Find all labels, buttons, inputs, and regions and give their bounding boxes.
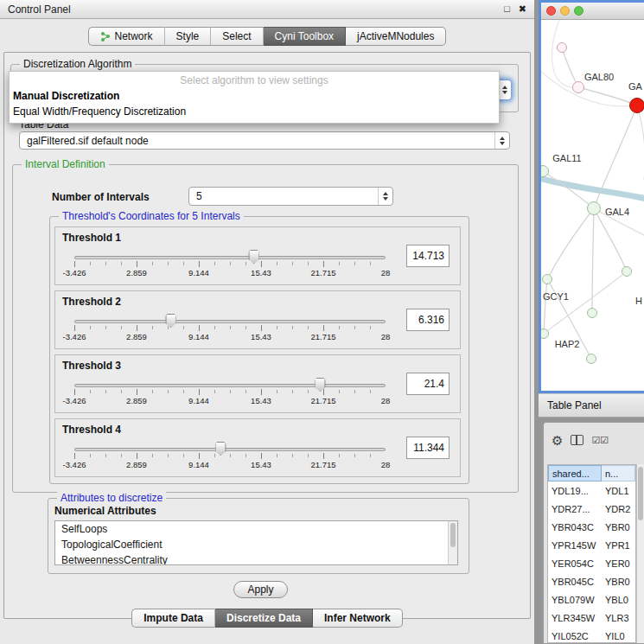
node-label-gal11: GAL11 <box>552 153 581 163</box>
threshold-4-slider[interactable]: -3.426 2.859 9.144 15.43 21.715 28 <box>74 440 386 469</box>
column-header-name[interactable]: n... <box>602 465 635 481</box>
threshold-4-value-field[interactable]: 11.344 <box>406 437 450 459</box>
threshold-3-value-field[interactable]: 21.4 <box>406 373 450 395</box>
table-scrollbar[interactable] <box>636 464 644 643</box>
table-row[interactable]: YPR145W YPR1 <box>548 536 635 554</box>
table-cell[interactable]: YIL0 <box>602 627 635 643</box>
close-icon[interactable]: ✖ <box>519 4 526 14</box>
table-cell[interactable]: YPR145W <box>548 536 602 554</box>
table-cell[interactable]: YBR043C <box>548 518 602 536</box>
table-panel-title: Table Panel <box>547 399 602 411</box>
table-row[interactable]: YLR345W YLR3 <box>548 609 635 627</box>
select-rows-checkboxes-icon[interactable]: ☑☑ <box>591 436 609 445</box>
threshold-1-value-field[interactable]: 14.713 <box>406 245 450 267</box>
list-scrollbar[interactable] <box>448 521 457 564</box>
tab-jactivemnodules[interactable]: jActiveMNodules <box>346 27 446 46</box>
network-node-gal4[interactable] <box>587 201 601 215</box>
tab-select[interactable]: Select <box>211 27 263 46</box>
network-icon <box>100 31 111 41</box>
table-cell[interactable]: YBR0 <box>602 572 635 590</box>
table-panel-header[interactable]: Table Panel <box>539 393 644 418</box>
number-of-intervals-label: Number of Intervals <box>52 191 150 203</box>
tick-label: 9.144 <box>188 332 209 341</box>
list-item[interactable]: TopologicalCoefficient <box>55 537 457 552</box>
combo-stepper-icon[interactable] <box>494 132 509 149</box>
tick-label: 15.43 <box>251 268 271 277</box>
table-data-combo[interactable]: galFiltered.sif default node <box>19 131 510 150</box>
network-window-titlebar[interactable] <box>541 3 644 20</box>
network-node-gal80[interactable] <box>572 81 584 93</box>
node-label-partial: H <box>635 296 642 306</box>
tick-label: -3.426 <box>63 332 86 341</box>
table-row[interactable]: YBR045C YBR0 <box>548 572 635 590</box>
threshold-2-label: Threshold 2 <box>62 296 121 308</box>
slider-track[interactable] <box>74 320 386 323</box>
tick-label: -3.426 <box>63 396 86 405</box>
table-cell[interactable]: YDR2 <box>602 500 635 518</box>
zoom-traffic-light-icon[interactable] <box>574 6 583 16</box>
network-node[interactable] <box>586 354 596 364</box>
table-cell[interactable]: YLR345W <box>548 609 602 627</box>
table-cell[interactable]: YLR3 <box>602 609 635 627</box>
control-panel-titlebar[interactable]: Control Panel □ ✖ <box>0 0 534 19</box>
scrollbar-thumb[interactable] <box>638 467 643 520</box>
table-cell[interactable]: YPR1 <box>602 536 635 554</box>
tick-label: 2.859 <box>126 332 147 341</box>
table-row[interactable]: YBR043C YBR0 <box>548 518 635 536</box>
table-row[interactable]: YDL19... YDL1 <box>548 481 635 500</box>
table-cell[interactable]: YBR0 <box>602 518 635 536</box>
table-toolbar: ⚙ ☑☑ <box>544 423 644 457</box>
list-item[interactable]: SelfLoops <box>55 521 457 537</box>
dropdown-option-manual-discretization[interactable]: Manual Discretization <box>10 88 499 104</box>
network-node[interactable] <box>587 308 597 318</box>
table-cell[interactable]: YBL079W <box>548 590 602 609</box>
number-of-intervals-combo[interactable]: 5 <box>188 187 393 206</box>
table-cell[interactable]: YBR045C <box>548 572 602 590</box>
column-header-shared-name[interactable]: shared... <box>548 465 602 481</box>
threshold-1-slider[interactable]: -3.426 2.859 9.144 15.43 21.715 28 <box>74 248 386 277</box>
scrollbar-thumb[interactable] <box>450 523 456 547</box>
threshold-2-slider[interactable]: -3.426 2.859 9.144 15.43 21.715 28 <box>74 312 386 341</box>
table-cell[interactable]: YBL0 <box>602 590 635 609</box>
gear-icon[interactable]: ⚙ <box>552 434 563 447</box>
tab-cyni-toolbox[interactable]: Cyni Toolbox <box>264 27 346 46</box>
apply-button[interactable]: Apply <box>233 581 288 598</box>
table-cell[interactable]: YDR27... <box>548 500 602 518</box>
network-node[interactable] <box>622 266 632 277</box>
tab-label: Discretize Data <box>226 612 301 624</box>
tab-network[interactable]: Network <box>88 27 165 46</box>
tab-style[interactable]: Style <box>165 27 212 46</box>
tab-discretize-data[interactable]: Discretize Data <box>215 609 313 628</box>
table-cell[interactable]: YER054C <box>548 554 602 572</box>
threshold-2-value-field[interactable]: 6.316 <box>406 309 450 331</box>
table-cell[interactable]: YER0 <box>602 554 635 572</box>
table-row[interactable]: YBL079W YBL0 <box>548 590 635 609</box>
table-row[interactable]: YIL052C YIL0 <box>548 627 635 643</box>
table-cell[interactable]: YDL1 <box>602 481 635 500</box>
threshold-4-label: Threshold 4 <box>62 424 121 436</box>
slider-track[interactable] <box>74 384 386 387</box>
close-traffic-light-icon[interactable] <box>546 6 556 16</box>
table-cell[interactable]: YDL19... <box>548 481 602 500</box>
list-item[interactable]: BetweennessCentrality <box>55 552 457 565</box>
combo-stepper-icon[interactable] <box>378 188 392 205</box>
tab-impute-data[interactable]: Impute Data <box>131 609 215 628</box>
network-node-selected[interactable] <box>629 98 644 113</box>
table-cell[interactable]: YIL052C <box>548 627 602 643</box>
slider-track[interactable] <box>74 448 386 451</box>
slider-ticks <box>74 453 386 459</box>
slider-track[interactable] <box>74 256 386 259</box>
network-canvas[interactable]: GAL80 GA GAL11 GAL4 GCY1 H HAP2 <box>541 20 644 373</box>
tab-infer-network[interactable]: Infer Network <box>313 609 403 628</box>
network-node[interactable] <box>557 42 567 53</box>
network-node-gcy1[interactable] <box>542 274 552 284</box>
float-window-icon[interactable]: □ <box>504 4 510 14</box>
dropdown-option-equal-width-frequency[interactable]: Equal Width/Frequency Discretization <box>10 104 499 119</box>
table-columns-icon[interactable] <box>571 435 583 445</box>
table-row[interactable]: YER054C YER0 <box>548 554 635 572</box>
table-row[interactable]: YDR27... YDR2 <box>548 500 635 518</box>
tick-label: 2.859 <box>126 396 147 405</box>
minimize-traffic-light-icon[interactable] <box>560 6 570 16</box>
node-label-gal4: GAL4 <box>605 207 629 217</box>
threshold-3-slider[interactable]: -3.426 2.859 9.144 15.43 21.715 28 <box>74 376 386 405</box>
